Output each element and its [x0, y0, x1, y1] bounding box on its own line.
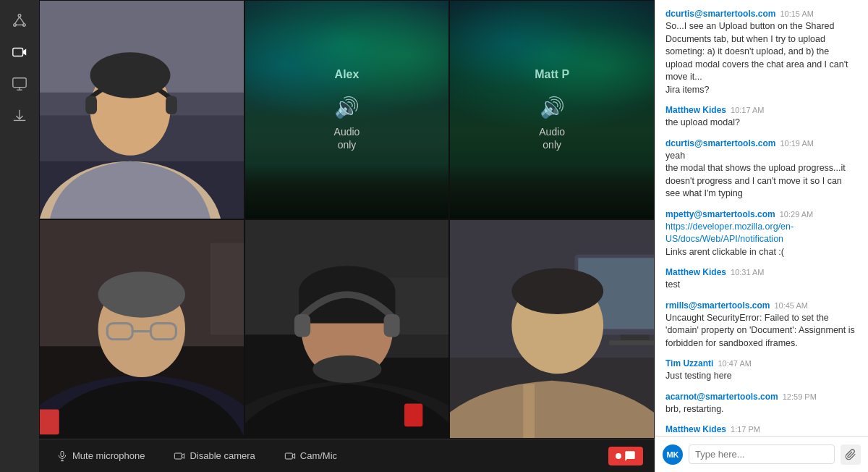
video-grid: Alex 🔊 Audioonly Matt P 🔊 Audioonly [39, 0, 655, 439]
chat-sender-6: Tim Uzzanti [665, 358, 713, 368]
audio-label-alex: Audioonly [334, 125, 360, 151]
paperclip-icon [845, 449, 856, 460]
video-cell-matt-p: Matt P 🔊 Audioonly [449, 0, 655, 219]
video-row-bottom [39, 219, 655, 439]
record-button[interactable] [608, 447, 643, 465]
microphone-icon [56, 450, 68, 462]
svg-rect-38 [294, 314, 310, 337]
svg-rect-29 [40, 409, 59, 434]
sidebar-icon-network[interactable] [7, 7, 33, 33]
chat-sender-3: mpetty@smartertools.com [665, 209, 775, 219]
video-cell-p1 [39, 0, 244, 219]
chat-message-header-4: Matthew Kides 10:31 AM [665, 267, 858, 277]
video-feed-p1 [40, 1, 244, 219]
sidebar-icon-video[interactable] [7, 39, 33, 65]
chat-message-header-6: Tim Uzzanti 10:47 AM [665, 358, 858, 368]
svg-rect-55 [285, 453, 292, 459]
svg-rect-49 [524, 384, 535, 438]
video-feed-p6 [450, 220, 654, 438]
chat-time-3: 10:29 AM [780, 210, 813, 219]
chat-text-1: the upload modal? [665, 117, 858, 130]
person-silhouette-5 [245, 220, 449, 438]
svg-line-4 [20, 17, 24, 23]
chat-time-5: 10:45 AM [774, 301, 807, 310]
svg-rect-46 [609, 340, 654, 345]
speaker-icon-matt-p: 🔊 [540, 96, 565, 119]
cam-mic-button[interactable]: Cam/Mic [278, 447, 343, 465]
video-row-top: Alex 🔊 Audioonly Matt P 🔊 Audioonly [39, 0, 655, 219]
chat-bubble-icon [624, 450, 636, 462]
video-cell-alex: Alex 🔊 Audioonly [244, 0, 450, 219]
chat-text-0: So...I see an Upload button on the Share… [665, 20, 858, 96]
svg-rect-50 [61, 451, 64, 456]
svg-rect-23 [210, 243, 244, 335]
participant-name-alex: Alex [335, 68, 359, 81]
record-dot [616, 453, 621, 459]
svg-rect-18 [166, 96, 177, 114]
chat-message-1: Matthew Kides 10:17 AM the upload modal? [665, 105, 858, 130]
sidebar-icon-download[interactable] [7, 103, 33, 129]
video-feed-p5 [245, 220, 449, 438]
person-silhouette-4 [40, 220, 244, 438]
chat-message-header-5: rmills@smartertools.com 10:45 AM [665, 300, 858, 311]
video-cell-p5 [244, 219, 450, 439]
chat-message-header-2: dcurtis@smartertools.com 10:19 AM [665, 138, 858, 148]
video-cell-p4 [39, 219, 244, 439]
speaker-icon-alex: 🔊 [334, 96, 359, 119]
sidebar [0, 0, 39, 472]
aurora-bg-alex: Alex 🔊 Audioonly [245, 1, 449, 219]
svg-rect-39 [383, 314, 399, 337]
chat-message-6: Tim Uzzanti 10:47 AM Just testing here [665, 358, 858, 383]
participant-name-matt-p: Matt P [535, 68, 569, 81]
aurora-ground-matt-p [450, 164, 654, 219]
svg-point-19 [90, 52, 171, 98]
chat-text-6: Just testing here [665, 370, 858, 383]
chat-input[interactable] [689, 444, 835, 464]
chat-sender-8: Matthew Kides [665, 424, 726, 434]
video-feed-p4 [40, 220, 244, 438]
chat-avatar: MK [663, 444, 683, 465]
chat-time-6: 10:47 AM [718, 359, 751, 368]
sidebar-icon-monitor[interactable] [7, 71, 33, 97]
svg-marker-56 [292, 453, 294, 458]
chat-sender-7: acarnot@smartertools.com [665, 392, 778, 402]
svg-point-0 [18, 14, 21, 17]
svg-rect-17 [85, 96, 97, 114]
chat-text-4: test [665, 279, 858, 292]
camera-icon [174, 450, 185, 462]
chat-message-header-3: mpetty@smartertools.com 10:29 AM [665, 209, 858, 219]
chat-text-5: Uncaught SecurityError: Failed to set th… [665, 312, 858, 350]
cam-mic-label: Cam/Mic [300, 450, 337, 461]
chat-messages: dcurtis@smartertools.com 10:15 AM So...I… [655, 0, 868, 436]
svg-point-25 [98, 271, 185, 317]
svg-line-3 [15, 17, 20, 23]
aurora-ground-alex [245, 164, 449, 219]
chat-link-3[interactable]: https://developer.mozilla.org/en-US/docs… [665, 222, 793, 245]
svg-rect-8 [13, 78, 26, 88]
chat-sender-2: dcurtis@smartertools.com [665, 138, 775, 148]
svg-rect-53 [175, 453, 182, 459]
chat-panel: dcurtis@smartertools.com 10:15 AM So...I… [655, 0, 868, 472]
chat-message-header-7: acarnot@smartertools.com 12:59 PM [665, 392, 858, 402]
mute-microphone-button[interactable]: Mute microphone [51, 447, 150, 465]
svg-point-48 [512, 269, 604, 314]
chat-message-header-8: Matthew Kides 1:17 PM [665, 424, 858, 434]
person-silhouette-6 [450, 220, 654, 438]
attach-button[interactable] [841, 444, 861, 465]
chat-time-2: 10:19 AM [780, 139, 813, 148]
svg-rect-40 [404, 403, 422, 426]
chat-message-7: acarnot@smartertools.com 12:59 PM brb, r… [665, 392, 858, 416]
toolbar: Mute microphone Disable camera Cam/Mic [39, 439, 655, 472]
audio-label-matt-p: Audioonly [539, 125, 565, 151]
chat-message-0: dcurtis@smartertools.com 10:15 AM So...I… [665, 9, 858, 96]
chat-input-area: MK [655, 436, 868, 472]
chat-sender-4: Matthew Kides [665, 267, 726, 277]
chat-time-0: 10:15 AM [780, 9, 813, 18]
main-area: Alex 🔊 Audioonly Matt P 🔊 Audioonly [39, 0, 655, 472]
video-cell-p6 [449, 219, 655, 439]
svg-rect-6 [13, 49, 23, 56]
chat-sender-5: rmills@smartertools.com [665, 300, 770, 311]
chat-text-7: brb, restarting. [665, 403, 858, 416]
svg-rect-45 [621, 334, 650, 340]
disable-camera-button[interactable]: Disable camera [168, 447, 260, 465]
